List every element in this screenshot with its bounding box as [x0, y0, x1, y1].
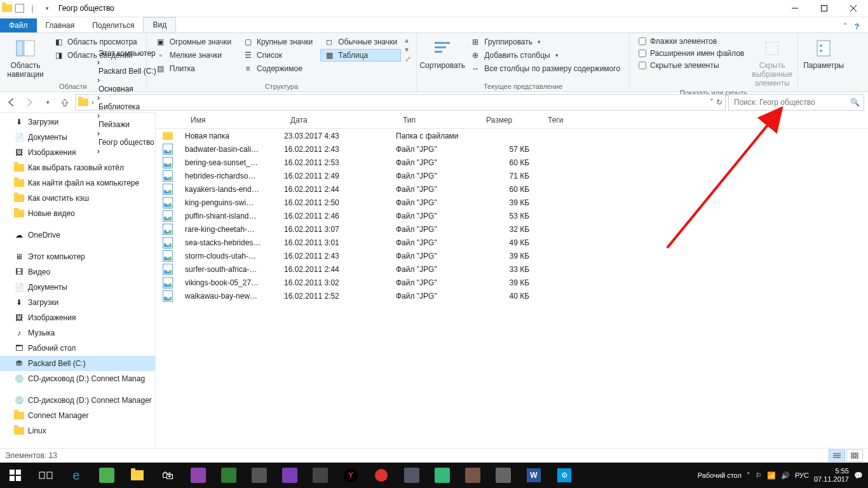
file-row[interactable]: vikings-book-05_27…16.02.2011 3:02Файл "…	[156, 276, 868, 289]
layout-scroll-down[interactable]: ▾	[405, 45, 411, 54]
tb-settings[interactable]: ⚙	[549, 463, 580, 488]
file-row[interactable]: badwater-basin-cali…16.02.2011 2:43Файл …	[156, 142, 868, 156]
addr-dropdown-icon[interactable]: ˅	[710, 98, 714, 107]
file-row[interactable]: surfer-south-africa-…16.02.2011 2:44Файл…	[156, 262, 868, 276]
refresh-button[interactable]: ↻	[716, 98, 722, 107]
nav-item[interactable]: 💿CD-дисковод (D:) Connect Manager	[0, 393, 155, 408]
layout-tiles[interactable]: ▤Плитка	[152, 62, 235, 75]
tb-app-7[interactable]	[397, 463, 427, 488]
layout-huge[interactable]: ▣Огромные значки	[152, 36, 235, 48]
tray-desktop-label[interactable]: Рабочий стол	[698, 471, 742, 479]
maximize-button[interactable]	[810, 0, 839, 17]
layout-large[interactable]: ▢Крупные значки	[239, 36, 316, 48]
layout-content[interactable]: ≡Содержимое	[239, 62, 316, 75]
tb-word[interactable]: W	[519, 463, 549, 488]
col-size[interactable]: Размер	[481, 112, 543, 128]
autosize-columns-button[interactable]: ↔Все столбцы по размеру содержимого	[466, 62, 624, 75]
nav-item[interactable]: 📄Документы	[0, 130, 155, 145]
tb-app-8[interactable]	[427, 463, 458, 488]
tray-volume-icon[interactable]: 🔊	[781, 471, 790, 480]
nav-item[interactable]: 🖼Изображения	[0, 145, 155, 160]
search-input[interactable]	[733, 97, 850, 107]
checkbox-hidden[interactable]: Скрытые элементы	[635, 60, 748, 71]
checkbox-item-flags[interactable]: Флажки элементов	[635, 36, 748, 47]
tb-app-3[interactable]	[214, 463, 244, 488]
nav-item[interactable]: Как выбрать газовый котёл	[0, 160, 155, 175]
file-row[interactable]: waikawau-bay-new…16.02.2011 2:52Файл "JP…	[156, 289, 868, 302]
layout-expand[interactable]: ⤢	[405, 55, 411, 64]
tray-overflow-icon[interactable]: ˄	[747, 471, 750, 480]
tray-network-icon[interactable]: 📶	[767, 471, 776, 480]
tb-yandex[interactable]: Y	[336, 463, 366, 488]
file-row[interactable]: hebrides-richardso…16.02.2011 2:49Файл "…	[156, 169, 868, 182]
tab-home[interactable]: Главная	[37, 18, 84, 32]
col-name[interactable]: Имя	[186, 112, 285, 128]
task-view-button[interactable]	[31, 463, 61, 488]
nav-item[interactable]: 🖥Этот компьютер	[0, 249, 155, 264]
checkbox-icon[interactable]	[15, 4, 24, 13]
nav-item[interactable]: ☁OneDrive	[0, 227, 155, 243]
nav-forward-button[interactable]	[22, 95, 37, 110]
tb-app-2[interactable]	[183, 463, 214, 488]
nav-item[interactable]: Linux	[0, 423, 155, 438]
nav-item[interactable]: ⬇Загрузки	[0, 295, 155, 310]
col-tags[interactable]: Теги	[543, 112, 868, 128]
tb-app-4[interactable]	[244, 463, 275, 488]
nav-item[interactable]: 🎞Видео	[0, 264, 155, 280]
tab-share[interactable]: Поделиться	[83, 18, 143, 32]
nav-back-button[interactable]	[4, 95, 19, 110]
nav-item[interactable]: Connect Manager	[0, 408, 155, 423]
tray-clock[interactable]: 5:55 07.11.2017	[814, 467, 849, 484]
breadcrumb-sep[interactable]: ›	[97, 93, 100, 102]
layout-scroll-up[interactable]: ▴	[405, 36, 411, 44]
nav-pane-button[interactable]: Область навигации	[5, 36, 46, 79]
tray-defender-icon[interactable]: ⚐	[756, 471, 762, 480]
view-details-button[interactable]	[829, 449, 845, 462]
address-bar[interactable]: › Этот компьютер›Packard Bell (C:)›Основ…	[75, 94, 726, 111]
flags-checkbox[interactable]	[639, 37, 646, 45]
nav-item[interactable]: Как найти файл на компьютере	[0, 175, 155, 191]
file-row[interactable]: Новая папка23.03.2017 4:43Папка с файлам…	[156, 129, 868, 142]
nav-item[interactable]: 📄Документы	[0, 280, 155, 295]
breadcrumb-sep[interactable]: ›	[97, 76, 100, 85]
sort-button[interactable]: Сортировать	[422, 36, 463, 70]
tb-app-9[interactable]	[458, 463, 488, 488]
group-by-button[interactable]: ⊞Группировать▾	[466, 36, 624, 48]
collapse-ribbon-icon[interactable]: ˄	[839, 21, 851, 32]
layout-details[interactable]: ▦Таблица	[320, 49, 401, 62]
qat-dropdown-icon[interactable]: ▾	[41, 3, 52, 14]
tray-lang[interactable]: РУС	[795, 471, 809, 479]
nav-recent-button[interactable]: ▾	[39, 95, 55, 110]
search-box[interactable]: 🔍	[728, 94, 864, 111]
tb-app-1[interactable]	[92, 463, 122, 488]
file-row[interactable]: puffin-shiant-island…16.02.2011 2:46Файл…	[156, 209, 868, 222]
hidden-checkbox[interactable]	[639, 62, 646, 69]
breadcrumb-item[interactable]: Packard Bell (C:)	[97, 67, 158, 76]
tab-file[interactable]: Файл	[0, 18, 37, 32]
layout-small[interactable]: ▫Мелкие значки	[152, 49, 235, 62]
nav-item[interactable]: ⬇Загрузки	[0, 114, 155, 130]
nav-up-button[interactable]	[57, 95, 72, 110]
tb-store[interactable]: 🛍	[153, 463, 183, 488]
start-button[interactable]	[0, 463, 31, 488]
add-columns-button[interactable]: ⊕Добавить столбцы▾	[466, 49, 624, 62]
preview-pane-button[interactable]: ◧Область просмотра	[50, 36, 141, 48]
nav-item[interactable]: 🗔Рабочий стол	[0, 341, 155, 356]
layout-medium[interactable]: ◻Обычные значки	[320, 36, 401, 48]
breadcrumb-item[interactable]: Этот компьютер	[97, 49, 158, 58]
view-icons-button[interactable]	[846, 449, 863, 462]
help-icon[interactable]: ?	[851, 21, 863, 32]
tb-app-5[interactable]	[275, 463, 305, 488]
minimize-button[interactable]	[780, 0, 810, 17]
file-row[interactable]: kayakers-lands-end…16.02.2011 2:44Файл "…	[156, 182, 868, 196]
file-row[interactable]: storm-clouds-utah-…16.02.2011 2:43Файл "…	[156, 249, 868, 262]
file-row[interactable]: bering-sea-sunset_…16.02.2011 2:53Файл "…	[156, 156, 868, 169]
file-list[interactable]: Новая папка23.03.2017 4:43Папка с файлам…	[156, 129, 868, 463]
tb-edge[interactable]: e	[61, 463, 92, 488]
close-button[interactable]	[839, 0, 868, 17]
file-row[interactable]: rare-king-cheetah-…16.02.2011 3:07Файл "…	[156, 222, 868, 236]
nav-item[interactable]: 🖼Изображения	[0, 310, 155, 325]
tab-view[interactable]: Вид	[143, 17, 176, 32]
layout-list[interactable]: ☰Список	[239, 49, 316, 62]
breadcrumb-sep[interactable]: ›	[97, 58, 100, 67]
